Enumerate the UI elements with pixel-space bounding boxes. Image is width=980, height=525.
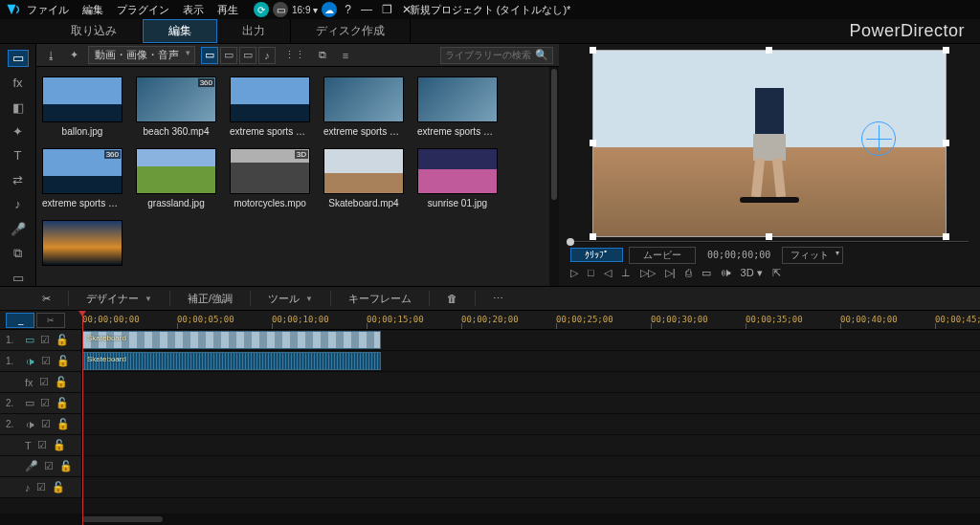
track-lock-icon[interactable]: 🔓 — [59, 460, 73, 472]
tab-edit[interactable]: 編集 — [143, 19, 217, 43]
menu-edit[interactable]: 編集 — [82, 3, 103, 17]
media-item[interactable]: ballon.jpg — [42, 77, 122, 137]
handle-ne[interactable] — [943, 47, 949, 54]
tl-tool-more[interactable]: ⋯ — [493, 293, 503, 305]
track-body[interactable] — [82, 456, 980, 476]
track-head[interactable]: 1.▭☑🔓 — [0, 330, 82, 350]
handle-se[interactable] — [943, 233, 949, 240]
library-menu-button[interactable]: ≡ — [337, 47, 354, 64]
tab-disc[interactable]: ディスク作成 — [291, 19, 411, 43]
help-icon[interactable]: ? — [345, 3, 351, 16]
media-item[interactable]: extreme sports 01... — [230, 77, 310, 137]
prev-frame-icon[interactable]: ◁ — [604, 267, 612, 279]
handle-s[interactable] — [766, 233, 772, 240]
sort-button[interactable]: ⋮⋮ — [281, 47, 308, 64]
track-head[interactable]: 1.🕩☑🔓 — [0, 351, 82, 371]
track-head[interactable]: T☑🔓 — [0, 435, 82, 455]
search-icon[interactable]: 🔍 — [535, 49, 548, 61]
track-body[interactable] — [82, 393, 980, 413]
view-all[interactable]: ▭ — [201, 47, 218, 64]
media-item[interactable]: 360beach 360.mp4 — [136, 77, 216, 137]
media-item[interactable]: sunrise 01.jpg — [417, 148, 498, 208]
timeline-scrollbar[interactable] — [0, 514, 980, 525]
badge-2-icon[interactable]: ▭ — [273, 2, 288, 17]
track-lock-icon[interactable]: 🔓 — [56, 355, 70, 367]
track-enable-icon[interactable]: ☑ — [44, 460, 54, 472]
media-item[interactable]: Skateboard.mp4 — [323, 148, 404, 208]
focus-target-icon[interactable] — [861, 121, 896, 156]
track-head[interactable]: 2.🕩☑🔓 — [0, 414, 82, 434]
3d-label[interactable]: 3D ▾ — [741, 267, 763, 279]
handle-nw[interactable] — [590, 47, 596, 54]
track-head[interactable]: 🎤☑🔓 — [0, 456, 82, 476]
handle-sw[interactable] — [590, 233, 596, 240]
media-item[interactable]: extreme sports 03... — [417, 77, 498, 137]
ruler-mode-clip[interactable]: ⎯ — [6, 313, 34, 328]
media-item[interactable]: 3Dmotorcycles.mpo — [230, 148, 310, 208]
media-scrollbar[interactable] — [549, 67, 559, 286]
fast-forward-icon[interactable]: ▷▷ — [640, 267, 656, 279]
tl-tool-fix[interactable]: 補正/強調 — [188, 292, 233, 306]
tl-tool-trash[interactable]: ✂ — [42, 293, 51, 305]
media-filter-select[interactable]: 動画・画像・音声 — [88, 46, 195, 64]
cloud-icon[interactable]: ☁ — [322, 2, 337, 17]
menu-plugin[interactable]: プラグイン — [117, 3, 169, 17]
audio-room-icon[interactable]: ♪ — [8, 196, 29, 212]
title-room-icon[interactable]: T — [8, 147, 29, 164]
play-icon[interactable]: ▷ — [570, 267, 578, 279]
voiceover-room-icon[interactable]: 🎤 — [8, 221, 29, 237]
maximize-icon[interactable]: ❐ — [382, 3, 392, 16]
track-lock-icon[interactable]: 🔓 — [53, 439, 66, 451]
handle-n[interactable] — [766, 47, 772, 54]
tab-capture[interactable]: 取り込み — [46, 19, 143, 43]
tl-tool-keyframe[interactable]: キーフレーム — [348, 292, 412, 306]
track-enable-icon[interactable]: ☑ — [39, 376, 49, 388]
track-enable-icon[interactable]: ☑ — [41, 355, 51, 367]
track-enable-icon[interactable]: ☑ — [40, 397, 50, 409]
transition-room-icon[interactable]: ⇄ — [8, 172, 29, 188]
track-body[interactable]: Skateboard — [82, 330, 980, 350]
track-body[interactable] — [82, 435, 980, 455]
search-input[interactable] — [445, 50, 531, 60]
track-lock-icon[interactable]: 🔓 — [55, 376, 68, 388]
media-item[interactable] — [42, 220, 122, 270]
track-lock-icon[interactable]: 🔓 — [56, 418, 70, 430]
preview-mode-movie[interactable]: ムービー — [629, 247, 696, 264]
media-room-icon[interactable]: ▭ — [8, 50, 29, 67]
view-video[interactable]: ▭ — [220, 47, 237, 64]
pip-room-icon[interactable]: ◧ — [8, 98, 29, 115]
volume-icon[interactable]: 🕪 — [721, 267, 731, 278]
fx-room-icon[interactable]: fx — [8, 75, 29, 91]
playhead[interactable] — [82, 311, 83, 525]
tab-produce[interactable]: 出力 — [217, 19, 291, 43]
minimize-icon[interactable]: — — [361, 3, 372, 16]
track-enable-icon[interactable]: ☑ — [41, 418, 51, 430]
next-frame-icon[interactable]: ⊥ — [621, 267, 631, 279]
loop-icon[interactable]: ▭ — [702, 267, 711, 279]
ratio-label[interactable]: 16:9 ▾ — [292, 5, 318, 15]
chapter-room-icon[interactable]: ⧉ — [8, 245, 29, 261]
media-item[interactable]: 360extreme sports 04... — [42, 148, 122, 208]
track-body[interactable] — [82, 414, 980, 434]
handle-e[interactable] — [943, 140, 949, 146]
track-lock-icon[interactable]: 🔓 — [56, 334, 69, 346]
view-audio[interactable]: ♪ — [258, 47, 276, 64]
particle-room-icon[interactable]: ✦ — [8, 123, 29, 140]
track-enable-icon[interactable]: ☑ — [36, 481, 46, 493]
handle-w[interactable] — [590, 140, 596, 146]
tl-tool-delete[interactable]: 🗑 — [447, 293, 457, 304]
menu-view[interactable]: 表示 — [183, 3, 204, 17]
menu-file[interactable]: ファイル — [27, 3, 69, 17]
track-enable-icon[interactable]: ☑ — [40, 334, 50, 346]
track-head[interactable]: fx☑🔓 — [0, 372, 82, 392]
preview-viewport[interactable] — [567, 50, 972, 237]
clip-audio[interactable]: Skateboard — [82, 352, 381, 370]
badge-1-icon[interactable]: ⟳ — [254, 2, 269, 17]
tl-tool-designer[interactable]: デザイナー▼ — [86, 292, 152, 306]
preview-canvas[interactable] — [592, 50, 947, 237]
clip-video[interactable]: Skateboard — [82, 331, 381, 349]
next-icon[interactable]: ▷| — [665, 267, 676, 279]
track-body[interactable] — [82, 477, 980, 497]
track-head[interactable]: ♪☑🔓 — [0, 477, 82, 497]
plugin-button[interactable]: ✦ — [65, 47, 82, 64]
